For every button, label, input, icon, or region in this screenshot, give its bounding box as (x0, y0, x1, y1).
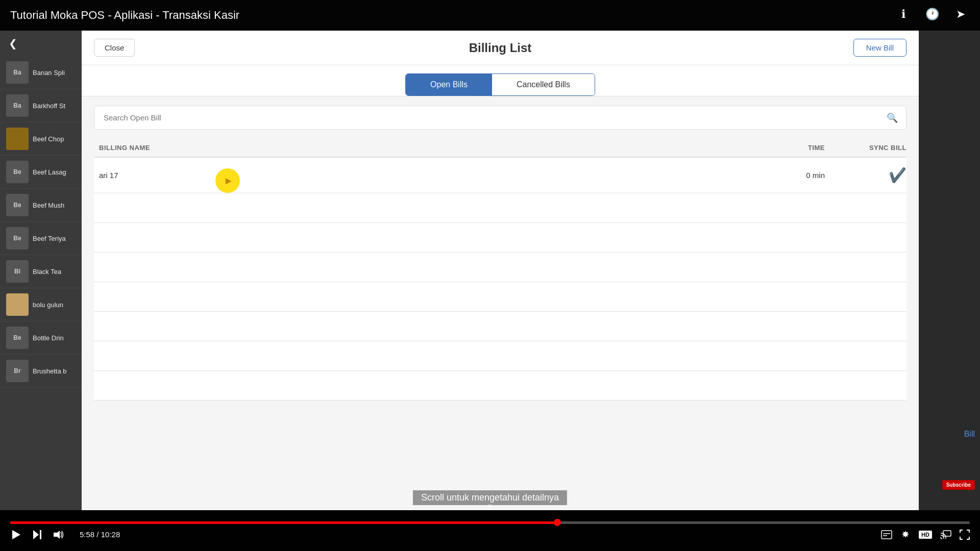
skip-button[interactable] (32, 529, 43, 540)
sidebar-item-label: Bottle Drin (33, 334, 64, 342)
chromecast-button[interactable] (940, 530, 951, 539)
sidebar-item-label: Beef Teriya (33, 235, 66, 242)
empty-row (94, 371, 906, 400)
new-bill-button[interactable]: New Bill (853, 39, 906, 57)
video-title-bar: Tutorial Moka POS - Aplikasi - Transaksi… (0, 0, 980, 31)
sidebar-thumb: Be (6, 194, 29, 216)
settings-button[interactable] (900, 530, 911, 540)
list-item[interactable]: Ba Barkhoff St (0, 89, 82, 122)
modal-area: Close Billing List New Bill Open Bills C… (82, 31, 919, 510)
youtube-shell: Tutorial Moka POS - Aplikasi - Transaksi… (0, 0, 980, 551)
progress-bar[interactable] (10, 521, 970, 524)
tab-open-bills[interactable]: Open Bills (406, 74, 492, 95)
sync-check-icon: ✔️ (889, 167, 906, 184)
sidebar-item-label: Beef Chop (33, 135, 64, 143)
billing-name-cell: ari 17 (99, 171, 743, 180)
subscribe-badge[interactable]: Subscribe (942, 480, 975, 490)
content-area: ❮ Ba Banan Spli Ba Barkhoff St Beef Chop… (0, 31, 980, 510)
time-cell: 0 min (743, 171, 825, 180)
volume-button[interactable] (53, 530, 64, 539)
subtitles-button[interactable] (881, 530, 892, 539)
tab-group: Open Bills Cancelled Bills (405, 73, 595, 96)
col-billing-name: BILLING NAME (99, 144, 743, 152)
empty-row (94, 341, 906, 371)
modal-title: Billing List (469, 41, 532, 55)
list-item[interactable]: bolu gulun (0, 288, 82, 321)
back-button[interactable]: ❮ (3, 33, 23, 54)
controls-left: 5:58 / 10:28 (10, 529, 120, 540)
sidebar-thumb (6, 293, 29, 316)
empty-row (94, 282, 906, 312)
table-area: BILLING NAME TIME SYNC BILL ari 17 0 min… (82, 139, 919, 510)
progress-fill (10, 521, 557, 524)
share-icon[interactable]: ➤ (951, 5, 970, 23)
sync-cell: ✔️ (825, 167, 906, 184)
close-button[interactable]: Close (94, 39, 135, 57)
play-button[interactable] (10, 529, 21, 540)
fullscreen-button[interactable] (960, 530, 970, 540)
svg-rect-2 (40, 530, 41, 539)
left-sidebar: ❮ Ba Banan Spli Ba Barkhoff St Beef Chop… (0, 31, 82, 510)
col-time: TIME (743, 144, 825, 152)
sidebar-item-label: Black Tea (33, 268, 61, 276)
svg-rect-8 (943, 531, 951, 536)
sidebar-thumb: Be (6, 227, 29, 249)
list-item[interactable]: Be Beef Teriya (0, 222, 82, 255)
hd-badge: HD (919, 531, 932, 539)
sidebar-item-label: Beef Mush (33, 202, 64, 209)
progress-dot (554, 519, 561, 526)
list-item[interactable]: Be Beef Mush (0, 189, 82, 222)
search-input[interactable] (94, 106, 906, 129)
sidebar-thumb: Bl (6, 260, 29, 283)
list-item[interactable]: Be Beef Lasag (0, 156, 82, 189)
tab-area: Open Bills Cancelled Bills (82, 65, 919, 96)
sidebar-item-label: Banan Spli (33, 69, 65, 77)
empty-row (94, 223, 906, 253)
list-item[interactable]: Beef Chop (0, 122, 82, 156)
sidebar-thumb: Be (6, 161, 29, 183)
chevron-down-icon: ⌄ (487, 499, 493, 508)
svg-marker-0 (12, 530, 20, 539)
time-display: 5:58 / 10:28 (80, 530, 120, 539)
history-icon[interactable]: 🕐 (923, 5, 941, 23)
yt-top-controls: ℹ 🕐 ➤ (894, 5, 970, 23)
search-input-wrap: 🔍 (94, 106, 906, 130)
table-header: BILLING NAME TIME SYNC BILL (94, 139, 906, 158)
sidebar-item-label: bolu gulun (33, 301, 63, 309)
search-area: 🔍 (82, 96, 919, 139)
list-item[interactable]: Br Brushetta b (0, 355, 82, 388)
svg-marker-1 (33, 530, 39, 539)
empty-row (94, 253, 906, 282)
tab-cancelled-bills[interactable]: Cancelled Bills (492, 74, 595, 95)
sidebar-item-label: Barkhoff St (33, 102, 65, 110)
info-icon[interactable]: ℹ (894, 5, 913, 23)
empty-row (94, 193, 906, 223)
bottom-bar: 5:58 / 10:28 HD (0, 510, 980, 551)
modal-header: Close Billing List New Bill (82, 31, 919, 65)
svg-marker-3 (54, 531, 60, 539)
sidebar-item-label: Beef Lasag (33, 168, 66, 176)
list-item[interactable]: Bl Black Tea (0, 255, 82, 288)
sidebar-item-label: Brushetta b (33, 367, 67, 375)
sidebar-thumb (6, 128, 29, 150)
controls-right: HD (881, 530, 970, 540)
sidebar-thumb: Ba (6, 94, 29, 117)
controls-row: 5:58 / 10:28 HD (10, 529, 970, 540)
video-title: Tutorial Moka POS - Aplikasi - Transaksi… (10, 9, 239, 22)
empty-row (94, 312, 906, 341)
list-item[interactable]: Be Bottle Drin (0, 321, 82, 355)
search-icon: 🔍 (887, 112, 898, 123)
sidebar-thumb: Br (6, 360, 29, 382)
right-panel-bill-label: Bill (964, 430, 975, 439)
sidebar-thumb: Be (6, 327, 29, 349)
col-sync-bill: SYNC BILL (825, 144, 906, 152)
svg-rect-4 (881, 531, 892, 539)
sidebar-thumb: Ba (6, 61, 29, 84)
list-item[interactable]: Ba Banan Spli (0, 56, 82, 89)
table-row[interactable]: ari 17 0 min ✔️ (94, 158, 906, 193)
right-panel: Bill Subscribe (919, 31, 980, 510)
